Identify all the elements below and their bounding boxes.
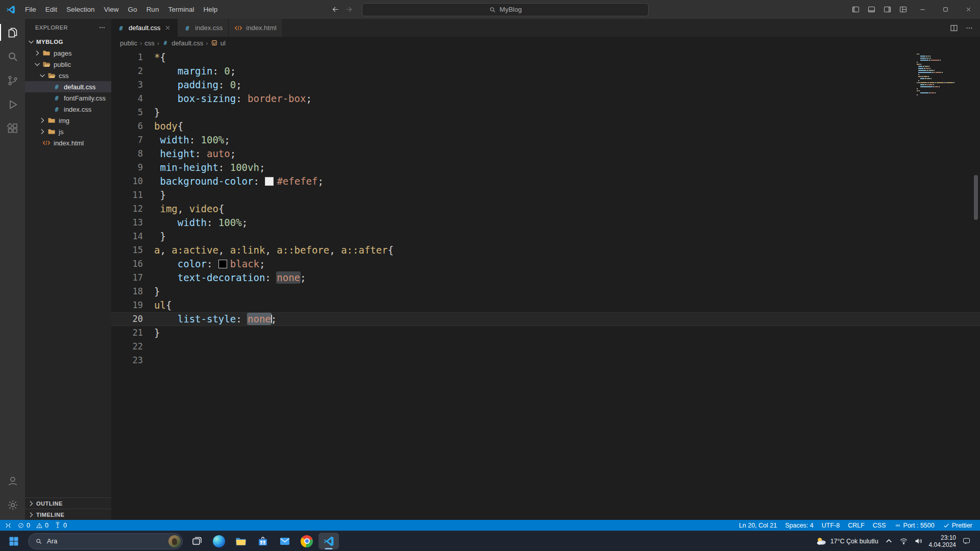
toggle-sidebar-icon[interactable]	[848, 0, 864, 19]
code-line-6[interactable]: 6body{	[111, 119, 980, 133]
menu-help[interactable]: Help	[199, 0, 222, 19]
code-line-19[interactable]: 19ul{	[111, 298, 980, 312]
tab-default-css[interactable]: #default.css	[111, 19, 178, 37]
tree-item-js[interactable]: js	[25, 126, 111, 137]
tree-item-index-css[interactable]: #index.css	[25, 104, 111, 115]
taskbar-mail[interactable]	[275, 533, 295, 549]
volume-icon[interactable]	[914, 537, 923, 545]
code-line-17[interactable]: 17 text-decoration: none;	[111, 271, 980, 285]
minimize-button[interactable]	[911, 0, 934, 19]
taskbar-file-explorer[interactable]	[231, 533, 251, 549]
tab-index-css[interactable]: #index.css	[178, 19, 229, 37]
close-tab-icon[interactable]	[164, 24, 172, 32]
status-cursor-position[interactable]: Ln 20, Col 21	[739, 522, 777, 529]
tree-item-index-html[interactable]: index.html	[25, 137, 111, 148]
code-line-22[interactable]: 22	[111, 340, 980, 354]
code-line-21[interactable]: 21}	[111, 326, 980, 340]
menu-file[interactable]: File	[20, 0, 41, 19]
more-actions-icon[interactable]	[965, 23, 974, 33]
code-line-16[interactable]: 16 color: black;	[111, 257, 980, 271]
status-warnings[interactable]: 0	[36, 522, 48, 529]
toggle-panel-icon[interactable]	[864, 0, 879, 19]
code-line-7[interactable]: 7 width: 100%;	[111, 133, 980, 147]
activity-source-control[interactable]	[0, 68, 25, 92]
code-line-23[interactable]: 23	[111, 354, 980, 367]
code-line-12[interactable]: 12 img, video{	[111, 202, 980, 216]
taskbar-task-view[interactable]	[187, 533, 207, 549]
code-line-15[interactable]: 15a, a:active, a:link, a::before, a::aft…	[111, 243, 980, 257]
tab-index-html[interactable]: index.html	[229, 19, 282, 37]
split-editor-icon[interactable]	[949, 23, 959, 33]
taskbar-vscode[interactable]	[318, 533, 339, 549]
menu-edit[interactable]: Edit	[41, 0, 62, 19]
taskbar-chrome[interactable]	[297, 533, 317, 549]
code-line-18[interactable]: 18}	[111, 285, 980, 298]
code-line-3[interactable]: 3 padding: 0;	[111, 78, 980, 92]
taskbar-clock[interactable]: 23:10 4.04.2024	[929, 534, 956, 548]
activity-explorer[interactable]	[0, 20, 25, 44]
activity-extensions[interactable]	[0, 116, 25, 140]
code-line-4[interactable]: 4 box-sizing: border-box;	[111, 92, 980, 106]
status-indentation[interactable]: Spaces: 4	[785, 522, 814, 529]
code-line-8[interactable]: 8 height: auto;	[111, 147, 980, 161]
code-line-20[interactable]: 20 list-style: none;	[111, 312, 980, 326]
status-errors[interactable]: 0	[17, 522, 30, 529]
hidden-icons-chevron[interactable]	[885, 537, 893, 545]
tree-item-img[interactable]: img	[25, 115, 111, 126]
status-live-server-port[interactable]: Port : 5500	[894, 522, 935, 529]
minimap[interactable]	[917, 54, 954, 101]
weather-widget[interactable]: 17°C Çok bulutlu	[816, 536, 878, 547]
code-line-2[interactable]: 2 margin: 0;	[111, 64, 980, 78]
status-eol[interactable]: CRLF	[848, 522, 865, 529]
tree-item-css[interactable]: css	[25, 70, 111, 81]
taskbar-edge[interactable]	[209, 533, 229, 549]
taskbar-search[interactable]: Ara	[28, 533, 183, 549]
code-line-10[interactable]: 10 background-color: #efefef;	[111, 174, 980, 188]
notification-icon[interactable]	[962, 537, 971, 545]
project-root[interactable]: MYBLOG	[25, 36, 111, 47]
menu-go[interactable]: Go	[124, 0, 142, 19]
status-remote[interactable]	[5, 522, 12, 529]
scrollbar-slider[interactable]	[974, 175, 978, 220]
breadcrumb-item-ul[interactable]: ul	[211, 39, 226, 47]
code-line-13[interactable]: 13 width: 100%;	[111, 216, 980, 230]
breadcrumb-item-public[interactable]: public	[120, 39, 137, 47]
status-language-mode[interactable]: CSS	[873, 522, 886, 529]
back-arrow-icon[interactable]	[331, 5, 340, 14]
explorer-more-icon[interactable]	[98, 23, 106, 32]
forward-arrow-icon[interactable]	[345, 5, 353, 14]
menu-run[interactable]: Run	[142, 0, 164, 19]
tree-item-fontfamily-css[interactable]: #fontFamily.css	[25, 92, 111, 104]
menu-selection[interactable]: Selection	[62, 0, 100, 19]
toggle-secondary-sidebar-icon[interactable]	[879, 0, 895, 19]
status-prettier[interactable]: Prettier	[943, 522, 972, 529]
wifi-icon[interactable]	[899, 537, 908, 545]
activity-settings[interactable]	[0, 493, 25, 517]
menu-terminal[interactable]: Terminal	[163, 0, 199, 19]
code-line-11[interactable]: 11 }	[111, 188, 980, 202]
start-button[interactable]	[4, 533, 24, 549]
code-line-1[interactable]: 1*{	[111, 51, 980, 64]
code-line-14[interactable]: 14 }	[111, 230, 980, 243]
taskbar-microsoft-store[interactable]	[253, 533, 273, 549]
breadcrumb-item-default-css[interactable]: #default.css	[162, 39, 203, 47]
close-button[interactable]	[957, 0, 980, 19]
breadcrumb-item-css[interactable]: css	[144, 39, 155, 47]
code-area[interactable]: 1*{2 margin: 0;3 padding: 0;4 box-sizing…	[111, 49, 980, 520]
code-line-5[interactable]: 5}	[111, 106, 980, 119]
maximize-button[interactable]	[934, 0, 957, 19]
tree-item-pages[interactable]: pages	[25, 47, 111, 59]
tree-item-default-css[interactable]: #default.css	[25, 81, 111, 92]
menu-view[interactable]: View	[100, 0, 124, 19]
status-encoding[interactable]: UTF-8	[822, 522, 840, 529]
command-center-search[interactable]: MyBlog	[362, 3, 649, 16]
outline-section[interactable]: OUTLINE	[25, 497, 111, 509]
code-line-9[interactable]: 9 min-height: 100vh;	[111, 161, 980, 174]
activity-run-and-debug[interactable]	[0, 92, 25, 116]
search-highlight-image[interactable]	[168, 535, 181, 547]
tree-item-public[interactable]: public	[25, 59, 111, 70]
activity-accounts[interactable]	[0, 469, 25, 493]
activity-search[interactable]	[0, 44, 25, 68]
timeline-section[interactable]: TIMELINE	[25, 509, 111, 520]
status-ports[interactable]: 0	[54, 522, 67, 529]
